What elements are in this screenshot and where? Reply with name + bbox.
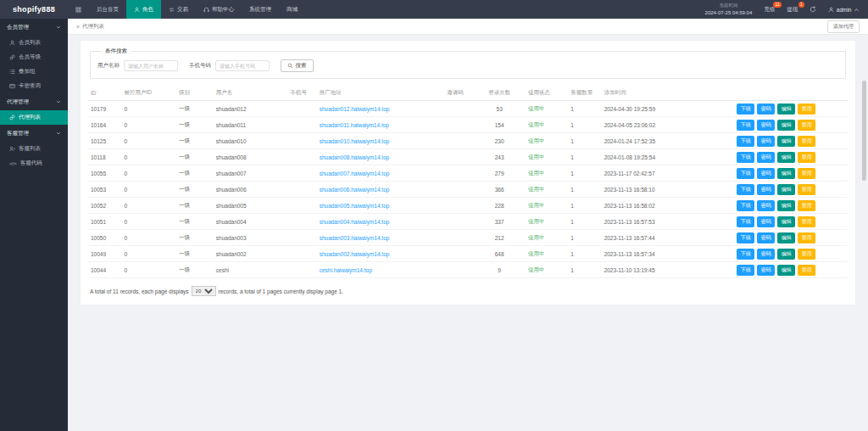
sidebar-item-card-key-query[interactable]: 卡密查询 <box>0 79 68 93</box>
subordinate-button[interactable]: 下级 <box>737 249 754 260</box>
password-button[interactable]: 密码 <box>757 152 775 163</box>
promo-url-link[interactable]: shuadan003.haiwaiym14.top <box>320 235 390 241</box>
sidebar-group-member-mgmt[interactable]: 会员管理 <box>0 19 68 36</box>
promo-url-link[interactable]: shuadan005.haiwaiym14.top <box>320 203 390 209</box>
sidebar-group-service-mgmt[interactable]: 客服管理 <box>0 125 68 142</box>
disable-button[interactable]: 禁用 <box>798 152 815 163</box>
table-header-row: ID被控用户ID级别用户名手机号推广地址邀请码登录次数使用状态客服数量添加时间 <box>88 86 848 101</box>
subordinate-button[interactable]: 下级 <box>737 216 754 227</box>
topbar-right: 当前时间 2024-07-25 04:59:04 充值 11 提现 1 admi… <box>705 0 868 19</box>
promo-url-link[interactable]: shuadan006.haiwaiym14.top <box>320 187 390 193</box>
cell-level: 一级 <box>176 246 214 262</box>
nav-item-system[interactable]: 系统管理 <box>242 0 279 19</box>
add-agent-button[interactable]: 添加代理 <box>827 20 860 33</box>
cell-level: 一级 <box>176 117 214 133</box>
edit-button[interactable]: 编辑 <box>777 249 795 260</box>
sidebar-item-member-level[interactable]: 会员等级 <box>0 50 68 64</box>
recharge-link[interactable]: 充值 11 <box>764 6 775 14</box>
disable-button[interactable]: 禁用 <box>798 232 815 243</box>
disable-button[interactable]: 禁用 <box>798 104 815 115</box>
page-size-select[interactable]: 20 <box>192 286 216 296</box>
nav-item-dashboard[interactable]: 后台首页 <box>89 0 126 19</box>
edit-button[interactable]: 编辑 <box>777 216 795 227</box>
promo-url-link[interactable]: shuadan012.haiwaiym14.top <box>320 106 390 112</box>
password-button[interactable]: 密码 <box>757 232 775 243</box>
nav-item-help-center[interactable]: 帮助中心 <box>196 0 242 19</box>
subordinate-button[interactable]: 下级 <box>737 184 754 195</box>
promo-url-link[interactable]: shuadan007.haiwaiym14.top <box>320 171 390 176</box>
edit-button[interactable]: 编辑 <box>777 265 795 276</box>
sidebar-item-agent-list[interactable]: 代理列表 <box>0 110 68 125</box>
phone-input[interactable] <box>215 60 270 71</box>
cell-invite-code <box>444 230 473 246</box>
username-input[interactable] <box>124 60 178 71</box>
edit-button[interactable]: 编辑 <box>777 136 795 147</box>
password-button[interactable]: 密码 <box>757 216 775 227</box>
password-button[interactable]: 密码 <box>757 265 775 276</box>
edit-button[interactable]: 编辑 <box>777 184 795 195</box>
promo-url-link[interactable]: shuadan011.haiwaiym14.top <box>320 122 389 128</box>
nav-item-roles[interactable]: 角色 <box>126 0 161 19</box>
disable-button[interactable]: 禁用 <box>798 216 815 227</box>
password-button[interactable]: 密码 <box>757 104 775 115</box>
refresh-button[interactable] <box>810 6 816 13</box>
cell-id: 10118 <box>88 149 121 165</box>
disable-button[interactable]: 禁用 <box>798 265 815 276</box>
subordinate-button[interactable]: 下级 <box>737 136 754 147</box>
cell-promo-url: shuadan008.haiwaiym14.top <box>317 149 445 165</box>
sidebar-item-member-list[interactable]: 会员列表 <box>0 36 68 50</box>
cell-logins: 9 <box>473 262 526 278</box>
edit-button[interactable]: 编辑 <box>777 120 795 131</box>
nav-item-trade[interactable]: 交易 <box>161 0 196 19</box>
cell-created-time: 2023-11-13 16:58:02 <box>602 198 705 214</box>
subordinate-button[interactable]: 下级 <box>737 265 754 276</box>
search-button[interactable]: 搜索 <box>281 59 314 72</box>
disable-button[interactable]: 禁用 <box>798 200 815 211</box>
disable-button[interactable]: 禁用 <box>798 249 815 260</box>
sidebar-item-service-list[interactable]: 客服列表 <box>0 142 68 156</box>
withdraw-link[interactable]: 提现 1 <box>787 6 798 14</box>
cell-status: 使用中 <box>526 246 568 262</box>
disable-button[interactable]: 禁用 <box>798 136 815 147</box>
subordinate-button[interactable]: 下级 <box>737 200 754 211</box>
username: admin <box>837 7 852 13</box>
password-button[interactable]: 密码 <box>757 168 775 179</box>
disable-button[interactable]: 禁用 <box>798 168 815 179</box>
edit-button[interactable]: 编辑 <box>777 168 795 179</box>
subordinate-button[interactable]: 下级 <box>737 232 754 243</box>
status-text: 使用中 <box>528 186 545 192</box>
subordinate-button[interactable]: 下级 <box>737 120 754 131</box>
promo-url-link[interactable]: shuadan008.haiwaiym14.top <box>320 154 390 160</box>
subordinate-button[interactable]: 下级 <box>737 104 754 115</box>
password-button[interactable]: 密码 <box>757 184 775 195</box>
nav-item-mall[interactable]: 商城 <box>279 0 305 19</box>
column-header: 手机号 <box>288 86 317 101</box>
subordinate-button[interactable]: 下级 <box>737 168 754 179</box>
cell-parent-user-id: 0 <box>121 230 176 246</box>
subordinate-button[interactable]: 下级 <box>737 152 754 163</box>
password-button[interactable]: 密码 <box>757 136 775 147</box>
edit-button[interactable]: 编辑 <box>777 104 795 115</box>
password-button[interactable]: 密码 <box>757 120 775 131</box>
scrollbar-thumb[interactable] <box>862 81 866 181</box>
edit-button[interactable]: 编辑 <box>777 152 795 163</box>
promo-url-link[interactable]: shuadan010.haiwaiym14.top <box>320 138 390 144</box>
sidebar-item-stack-group[interactable]: 叠加组 <box>0 64 68 79</box>
edit-button[interactable]: 编辑 <box>777 232 795 243</box>
cell-username: shuadan008 <box>214 149 288 165</box>
promo-url-link[interactable]: ceshi.haiwaiym14.top <box>320 267 372 273</box>
password-button[interactable]: 密码 <box>757 249 775 260</box>
nav-label: 商城 <box>287 6 298 14</box>
password-button[interactable]: 密码 <box>757 200 775 211</box>
cell-created-time: 2023-11-17 02:42:57 <box>602 165 705 182</box>
promo-url-link[interactable]: shuadan004.haiwaiym14.top <box>320 219 390 225</box>
disable-button[interactable]: 禁用 <box>798 120 815 131</box>
sidebar-group-agent-mgmt[interactable]: 代理管理 <box>0 93 68 110</box>
promo-url-link[interactable]: shuadan002.haiwaiym14.top <box>320 251 390 257</box>
edit-button[interactable]: 编辑 <box>777 200 795 211</box>
user-menu[interactable]: admin <box>828 7 860 13</box>
sidebar-item-service-code[interactable]: </> 客服代码 <box>0 156 68 171</box>
column-header: 被控用户ID <box>121 86 176 101</box>
disable-button[interactable]: 禁用 <box>798 184 815 195</box>
nav-menu-toggle[interactable] <box>68 0 89 19</box>
